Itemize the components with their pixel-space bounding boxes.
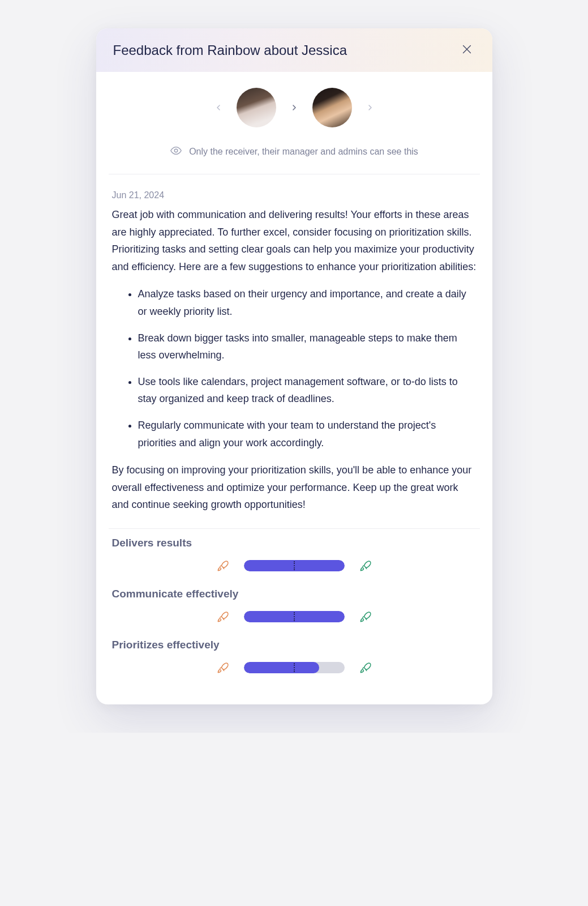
rocket-high-icon [359,661,372,674]
visibility-text: Only the receiver, their manager and adm… [189,147,418,157]
rocket-low-icon [217,661,229,674]
rocket-low-icon [217,559,229,572]
modal-header: Feedback from Rainbow about Jessica [96,28,492,72]
skill-bar-midpoint [294,663,295,672]
skill-bar-row [112,661,477,674]
close-icon [461,43,473,57]
skill-label: Prioritizes effectively [112,639,477,651]
skill-block: Delivers results [112,537,477,572]
close-button[interactable] [458,41,475,59]
avatar-sender [237,88,276,127]
skill-label: Delivers results [112,537,477,549]
skill-bar-row [112,610,477,623]
list-item: Use tools like calendars, project manage… [138,373,477,408]
skill-bar [244,662,345,673]
rocket-high-icon [359,559,372,572]
skill-block: Prioritizes effectively [112,639,477,674]
modal-title: Feedback from Rainbow about Jessica [113,42,347,58]
rocket-low-icon [217,610,229,623]
list-item: Break down bigger tasks into smaller, ma… [138,330,477,364]
skill-block: Communicate effectively [112,588,477,623]
skills-section: Delivers results Communicate effectively [96,529,492,704]
chevron-right-nav-icon[interactable] [366,103,375,112]
skill-bar [244,560,345,571]
list-item: Analyze tasks based on their urgency and… [138,285,477,320]
skill-bar-midpoint [294,561,295,570]
skill-bar [244,611,345,622]
eye-icon [170,144,182,159]
skill-bar-fill [244,662,320,673]
avatars-row [96,72,492,139]
skill-bar-row [112,559,477,572]
feedback-outro: By focusing on improving your prioritiza… [112,461,477,514]
feedback-body: Jun 21, 2024 Great job with communicatio… [96,174,492,528]
chevron-left-icon[interactable] [214,103,223,112]
svg-point-2 [174,149,178,152]
skill-bar-midpoint [294,612,295,621]
visibility-note: Only the receiver, their manager and adm… [96,139,492,174]
feedback-modal: Feedback from Rainbow about Jessica Only… [96,28,492,704]
chevron-right-icon [290,103,299,112]
avatar-receiver [312,88,352,127]
skill-label: Communicate effectively [112,588,477,600]
feedback-intro: Great job with communication and deliver… [112,206,477,275]
suggestion-list: Analyze tasks based on their urgency and… [112,285,477,451]
rocket-high-icon [359,610,372,623]
list-item: Regularly communicate with your team to … [138,417,477,451]
feedback-date: Jun 21, 2024 [112,190,477,200]
